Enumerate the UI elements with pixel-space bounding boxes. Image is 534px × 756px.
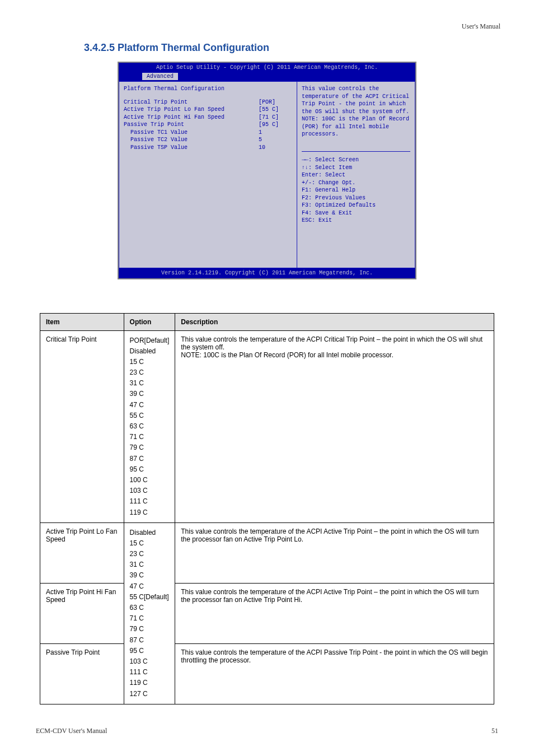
cell-item: Active Trip Point Lo Fan Speed	[40, 522, 124, 583]
footer-left: ECM-CDV User's Manual	[36, 727, 107, 735]
bios-help-text: This value controls the temperature of t…	[302, 85, 410, 147]
bios-heading: Platform Thermal Configuration	[124, 85, 292, 93]
footer-right: 51	[491, 727, 498, 735]
cell-item: Active Trip Point Hi Fan Speed	[40, 583, 124, 643]
table-row: Active Trip Point Hi Fan Speed This valu…	[40, 583, 494, 643]
cell-option: POR[Default] Disabled 15 C 23 C 31 C 39 …	[124, 330, 175, 522]
col-header-item: Item	[40, 313, 124, 330]
bios-row: Passive Trip Point[95 C]	[124, 121, 292, 129]
bios-row: Active Trip Point Hi Fan Speed[71 C]	[124, 114, 292, 122]
table-row: Critical Trip Point POR[Default] Disable…	[40, 330, 494, 522]
bios-row: Passive TSP Value10	[124, 144, 292, 152]
cell-desc: This value controls the temperature of t…	[175, 522, 494, 583]
col-header-description: Description	[175, 313, 494, 330]
bios-row: Passive TC1 Value1	[124, 129, 292, 137]
cell-desc: This value controls the temperature of t…	[175, 330, 494, 522]
table-row: Active Trip Point Lo Fan Speed Disabled …	[40, 522, 494, 583]
bios-screenshot: Aptio Setup Utility - Copyright (C) 2011…	[118, 62, 416, 279]
bios-right-pane: This value controls the temperature of t…	[297, 81, 415, 268]
bios-left-pane: Platform Thermal Configuration Critical …	[119, 81, 297, 268]
col-header-option: Option	[124, 313, 175, 330]
cell-desc: This value controls the temperature of t…	[175, 643, 494, 704]
bios-tab-advanced: Advanced	[142, 73, 178, 81]
section-title: 3.4.2.5 Platform Thermal Configuration	[84, 42, 500, 54]
bios-footer-bar: Version 2.14.1219. Copyright (C) 2011 Am…	[119, 268, 415, 278]
bios-row: Active Trip Point Lo Fan Speed[55 C]	[124, 106, 292, 114]
bios-row: Passive TC2 Value5	[124, 136, 292, 144]
cell-item: Critical Trip Point	[40, 330, 124, 522]
header-product: User's Manual	[34, 22, 500, 31]
cell-item: Passive Trip Point	[40, 643, 124, 704]
settings-table: Item Option Description Critical Trip Po…	[40, 313, 494, 704]
table-row: Passive Trip Point This value controls t…	[40, 643, 494, 704]
bios-row: Critical Trip Point[POR]	[124, 99, 292, 106]
cell-option: Disabled 15 C 23 C 31 C 39 C 47 C 55 C[D…	[124, 522, 175, 704]
cell-desc: This value controls the temperature of t…	[175, 583, 494, 643]
bios-keyhints: →←: Select Screen ↑↓: Select Item Enter:…	[302, 151, 410, 264]
bios-tabs: Advanced	[119, 73, 415, 82]
bios-title-bar: Aptio Setup Utility - Copyright (C) 2011…	[119, 63, 415, 73]
